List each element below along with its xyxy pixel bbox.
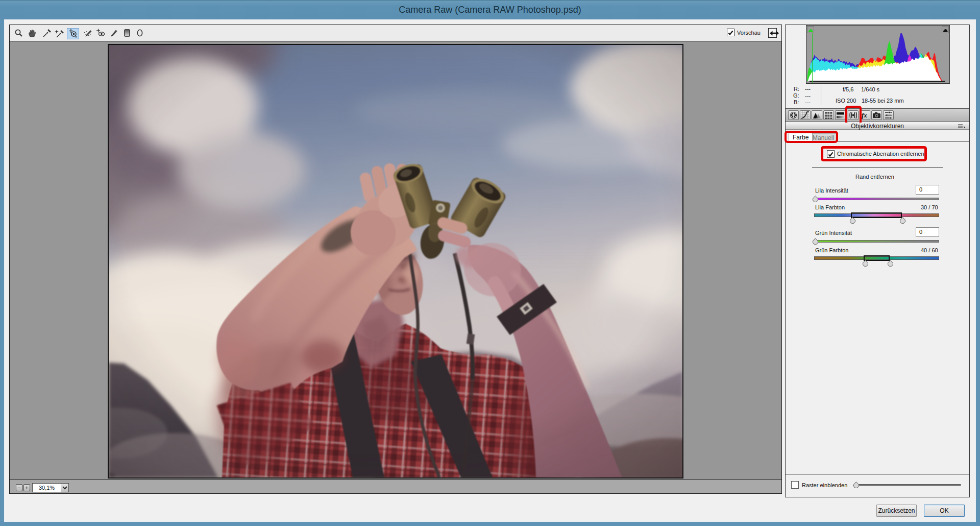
svg-text:fx: fx xyxy=(862,111,867,119)
